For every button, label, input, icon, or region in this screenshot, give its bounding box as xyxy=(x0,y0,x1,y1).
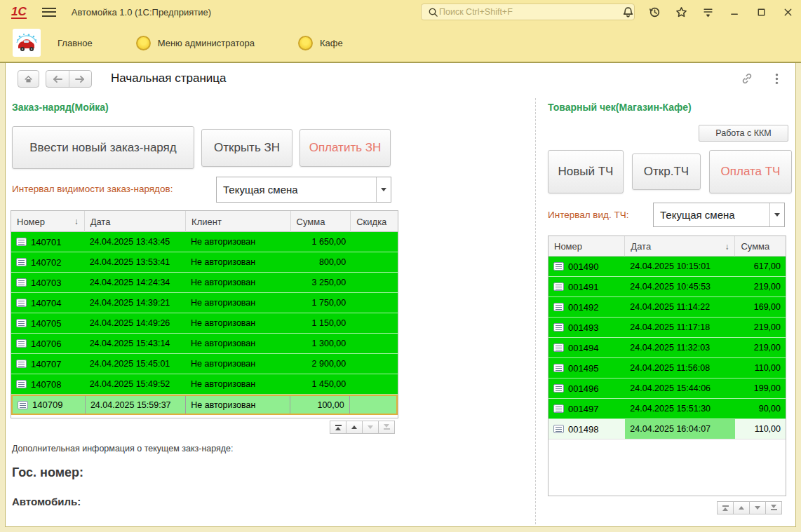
order-date-cell[interactable]: 24.04.2025 14:49:26 xyxy=(85,313,186,333)
order-discount-cell[interactable] xyxy=(351,354,398,374)
search-input[interactable] xyxy=(439,7,629,17)
order-discount-cell[interactable] xyxy=(351,334,398,353)
receipt-number-cell[interactable]: 001498 xyxy=(548,419,625,439)
notifications-bell-icon[interactable] xyxy=(621,6,634,18)
table-row[interactable]: 00149724.04.2025 15:51:3090,00 xyxy=(548,399,786,419)
order-sum-cell[interactable]: 2 900,00 xyxy=(291,354,351,374)
column-header-sum[interactable]: Сумма xyxy=(291,211,351,232)
table-row[interactable]: 00149624.04.2025 15:44:06199,00 xyxy=(548,378,786,399)
order-discount-cell[interactable] xyxy=(350,396,396,414)
receipt-date-cell[interactable]: 24.04.2025 10:45:53 xyxy=(625,277,735,296)
new-order-button[interactable]: Ввести новый заказ-наряд xyxy=(12,126,194,169)
receipt-date-cell[interactable]: 24.04.2025 10:15:01 xyxy=(625,257,735,276)
row-up-button[interactable] xyxy=(733,501,750,514)
order-client-cell[interactable]: Не авторизован xyxy=(186,313,290,333)
order-sum-cell[interactable]: 3 250,00 xyxy=(291,273,351,292)
order-number-cell[interactable]: 140708 xyxy=(11,374,85,394)
pay-order-button[interactable]: Оплатить ЗН xyxy=(299,129,391,167)
row-up-button[interactable] xyxy=(346,421,363,434)
chevron-down-icon[interactable] xyxy=(376,177,391,202)
order-date-cell[interactable]: 24.04.2025 15:59:37 xyxy=(86,396,186,414)
order-number-cell[interactable]: 140703 xyxy=(11,273,85,292)
section-admin-menu[interactable]: Меню администратора xyxy=(136,36,255,50)
receipt-sum-cell[interactable]: 90,00 xyxy=(735,399,786,418)
order-discount-cell[interactable] xyxy=(351,232,398,252)
table-row[interactable]: 14070524.04.2025 14:49:26Не авторизован1… xyxy=(11,313,398,334)
column-header-date[interactable]: Дата xyxy=(85,211,186,232)
order-discount-cell[interactable] xyxy=(351,374,398,394)
receipt-sum-cell[interactable]: 110,00 xyxy=(735,419,786,439)
table-row[interactable]: 14070224.04.2025 13:53:41Не авторизован8… xyxy=(11,252,398,273)
order-sum-cell[interactable]: 1 450,00 xyxy=(291,374,351,394)
order-date-cell[interactable]: 24.04.2025 14:24:34 xyxy=(85,273,186,292)
go-first-row-button[interactable] xyxy=(330,421,346,434)
receipt-number-cell[interactable]: 001493 xyxy=(548,318,625,337)
table-row[interactable]: 14070324.04.2025 14:24:34Не авторизован3… xyxy=(11,273,398,293)
order-number-cell[interactable]: 140704 xyxy=(11,293,85,313)
receipt-date-cell[interactable]: 24.04.2025 11:32:03 xyxy=(625,338,735,357)
table-row[interactable]: 14070624.04.2025 15:43:14Не авторизован1… xyxy=(11,334,398,354)
column-header-discount[interactable]: Скидка xyxy=(351,211,398,232)
order-client-cell[interactable]: Не авторизован xyxy=(186,273,290,292)
receipt-number-cell[interactable]: 001495 xyxy=(548,358,625,378)
order-date-cell[interactable]: 24.04.2025 14:39:21 xyxy=(85,293,186,313)
favorites-star-icon[interactable] xyxy=(675,6,687,18)
receipt-sum-cell[interactable]: 199,00 xyxy=(735,378,786,398)
order-client-cell[interactable]: Не авторизован xyxy=(186,334,290,353)
forward-button[interactable] xyxy=(69,71,92,87)
go-last-row-button[interactable] xyxy=(765,501,782,514)
section-cafe[interactable]: Кафе xyxy=(298,36,343,50)
global-search[interactable] xyxy=(421,4,635,20)
orders-interval-select[interactable]: Текущая смена xyxy=(216,177,391,203)
table-row[interactable]: 00149024.04.2025 10:15:01617,00 xyxy=(548,257,786,277)
order-date-cell[interactable]: 24.04.2025 15:45:01 xyxy=(85,354,186,374)
main-menu-icon[interactable] xyxy=(42,8,56,17)
receipt-date-cell[interactable]: 24.04.2025 15:51:30 xyxy=(625,399,735,418)
receipt-number-cell[interactable]: 001496 xyxy=(548,378,625,398)
order-client-cell[interactable]: Не авторизован xyxy=(186,232,290,252)
column-header-client[interactable]: Клиент xyxy=(186,211,290,232)
receipt-date-cell[interactable]: 24.04.2025 11:17:18 xyxy=(625,318,735,337)
order-discount-cell[interactable] xyxy=(351,252,398,272)
table-row[interactable]: 00149224.04.2025 11:14:22169,00 xyxy=(548,297,786,318)
order-date-cell[interactable]: 24.04.2025 13:43:45 xyxy=(85,232,186,252)
order-client-cell[interactable]: Не авторизован xyxy=(186,374,290,394)
receipt-sum-cell[interactable]: 617,00 xyxy=(735,257,786,276)
order-number-cell[interactable]: 140701 xyxy=(11,232,85,252)
receipt-date-cell[interactable]: 24.04.2025 11:56:08 xyxy=(625,358,735,378)
open-order-button[interactable]: Открыть ЗН xyxy=(201,129,292,167)
receipt-number-cell[interactable]: 001492 xyxy=(548,297,625,317)
order-sum-cell[interactable]: 800,00 xyxy=(291,252,351,272)
receipt-number-cell[interactable]: 001490 xyxy=(548,257,625,276)
table-row[interactable]: 14070124.04.2025 13:43:45Не авторизован1… xyxy=(11,232,398,252)
row-down-button[interactable] xyxy=(749,501,766,514)
order-discount-cell[interactable] xyxy=(351,273,398,292)
receipt-date-cell[interactable]: 24.04.2025 16:04:07 xyxy=(625,419,735,439)
minimize-button[interactable] xyxy=(728,6,741,18)
receipt-number-cell[interactable]: 001491 xyxy=(548,277,625,296)
column-header-number[interactable]: Номер ↓ xyxy=(11,211,85,232)
go-first-row-button[interactable] xyxy=(717,501,734,514)
receipt-sum-cell[interactable]: 110,00 xyxy=(735,358,786,378)
order-number-cell[interactable]: 140706 xyxy=(11,334,85,353)
receipt-sum-cell[interactable]: 219,00 xyxy=(735,277,786,296)
receipt-date-cell[interactable]: 24.04.2025 15:44:06 xyxy=(625,378,735,398)
order-date-cell[interactable]: 24.04.2025 15:49:52 xyxy=(85,374,186,394)
table-row[interactable]: 00149424.04.2025 11:32:03219,00 xyxy=(548,338,786,358)
receipt-sum-cell[interactable]: 219,00 xyxy=(735,338,786,357)
order-client-cell[interactable]: Не авторизован xyxy=(186,396,290,414)
order-sum-cell[interactable]: 1 150,00 xyxy=(291,313,351,333)
order-number-cell[interactable]: 140707 xyxy=(11,354,85,374)
row-down-button[interactable] xyxy=(362,421,379,434)
open-receipt-button[interactable]: Откр.ТЧ xyxy=(632,154,701,190)
receipt-number-cell[interactable]: 001494 xyxy=(548,338,625,357)
table-row[interactable]: 00149124.04.2025 10:45:53219,00 xyxy=(548,277,786,297)
order-date-cell[interactable]: 24.04.2025 15:43:14 xyxy=(85,334,186,353)
column-header-number[interactable]: Номер xyxy=(548,236,625,257)
pay-receipt-button[interactable]: Оплата ТЧ xyxy=(709,150,792,193)
receipts-interval-select[interactable]: Текущая смена xyxy=(653,203,785,227)
table-row[interactable]: 00149324.04.2025 11:17:18219,00 xyxy=(548,318,786,338)
more-actions-icon[interactable] xyxy=(770,72,783,85)
order-client-cell[interactable]: Не авторизован xyxy=(186,252,290,272)
table-row[interactable]: 00149524.04.2025 11:56:08110,00 xyxy=(548,358,786,378)
